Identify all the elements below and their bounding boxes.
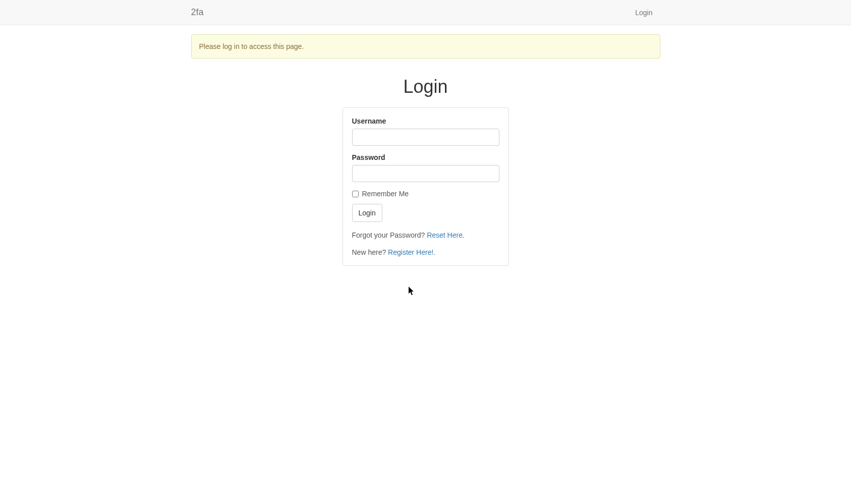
login-panel: Username Password Remember Me Login Forg… (343, 107, 509, 266)
username-label: Username (352, 117, 499, 125)
register-suffix: . (433, 248, 435, 256)
reset-password-link[interactable]: Reset Here (427, 231, 463, 239)
register-text: New here? Register Here!. (352, 248, 499, 256)
alert-message: Please log in to access this page. (191, 34, 660, 59)
navbar-brand[interactable]: 2fa (191, 0, 204, 25)
main-container: Please log in to access this page. Login… (184, 34, 668, 266)
username-group: Username (352, 117, 499, 146)
forgot-suffix: . (463, 231, 465, 239)
login-button[interactable]: Login (352, 204, 382, 222)
navbar-container: 2fa Login (184, 0, 668, 25)
remember-label: Remember Me (362, 190, 409, 198)
password-input[interactable] (352, 165, 499, 182)
password-group: Password (352, 153, 499, 182)
remember-group: Remember Me (352, 190, 499, 198)
register-link[interactable]: Register Here! (388, 248, 433, 256)
remember-checkbox[interactable] (352, 191, 359, 197)
forgot-prefix: Forgot your Password? (352, 231, 427, 239)
username-input[interactable] (352, 129, 499, 146)
nav-login-link[interactable]: Login (628, 1, 660, 24)
register-prefix: New here? (352, 248, 388, 256)
page-title: Login (191, 76, 660, 97)
navbar: 2fa Login (0, 0, 851, 25)
password-label: Password (352, 153, 499, 161)
forgot-password-text: Forgot your Password? Reset Here. (352, 231, 499, 239)
navbar-nav: Login (628, 9, 660, 17)
